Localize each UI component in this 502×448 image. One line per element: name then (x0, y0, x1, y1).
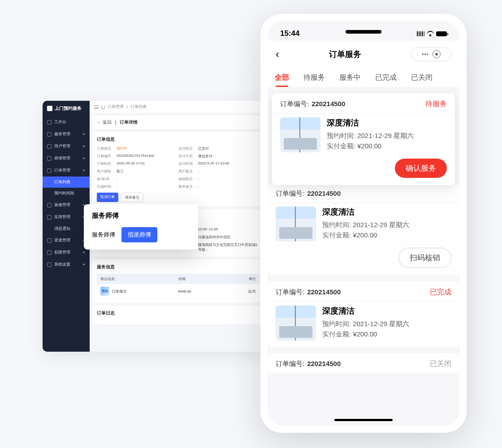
more-icon (422, 50, 429, 58)
order-card[interactable]: 订单编号:220214500 已关闭 (268, 353, 459, 373)
phone-title: 订单服务 (329, 49, 361, 60)
collapse-sidebar-icon[interactable] (94, 105, 99, 109)
order-info-card: 订单信息 订单状态预约中 支付状态已支付 订单编号202205301701754… (92, 132, 264, 207)
battery-icon (436, 31, 447, 36)
phone-tabs: 全部 待服务 服务中 已完成 已关闭 (268, 68, 459, 87)
channel-icon (47, 238, 52, 243)
cancel-order-button[interactable]: 取消订单 (97, 193, 118, 202)
order-card[interactable]: 订单编号:220214500 已完成 深度清洁 预约时间:2021-12-29 … (268, 281, 459, 347)
users-icon (47, 144, 52, 149)
tab-closed[interactable]: 已关闭 (409, 68, 434, 87)
chevron-down-icon (82, 264, 85, 266)
back-button[interactable]: ← 返回 (97, 119, 112, 125)
admin-sidebar: 上门预约服务 工作台 服务管理 用户管理 师傅管理 订单管理 订单列表 预约时间… (43, 101, 90, 352)
nav-permission[interactable]: 权限管理 (43, 246, 90, 258)
phone-header: ‹ 订单服务 (268, 41, 459, 68)
service-info-card: 服务信息 商品信息价格单位 日常保洁 ¥498.00 元/次 (92, 259, 264, 303)
brand-text: 上门预约服务 (55, 105, 82, 112)
order-image (280, 117, 320, 152)
popup-label: 服务师傅 (92, 231, 115, 239)
breadcrumb-b[interactable]: 订单列表 (130, 104, 147, 110)
technician-icon (47, 156, 52, 161)
phone-mockup: 15:44 ‹ 订单服务 全部 待服务 服务中 已完成 (260, 14, 467, 433)
order-log-title: 订单日志 (97, 310, 260, 316)
tab-pending[interactable]: 待服务 (302, 68, 327, 87)
nav-order-list[interactable]: 订单列表 (43, 177, 90, 188)
nav-orders[interactable]: 订单管理 (43, 164, 90, 177)
order-item-name: 深度清洁 (322, 306, 451, 316)
nav-channel[interactable]: 渠道管理 (43, 234, 90, 246)
order-number: 订单编号:220214500 (276, 288, 341, 297)
nav-users[interactable]: 用户管理 (43, 140, 90, 152)
nav-apps[interactable]: 应用管理 (43, 211, 90, 223)
order-number: 订单编号:220214500 (276, 360, 341, 368)
order-status: 已完成 (430, 288, 451, 297)
tab-inprogress[interactable]: 服务中 (338, 68, 363, 87)
orders-icon (47, 168, 52, 173)
order-info-title: 订单信息 (97, 136, 260, 142)
service-table-row: 日常保洁 ¥498.00 元/次 (97, 284, 260, 298)
order-image (276, 207, 316, 241)
order-card[interactable]: 订单编号:220214500 深度清洁 预约时间:2021-12-29 星期六 … (268, 183, 459, 275)
permission-icon (47, 250, 52, 255)
home-indicator[interactable] (334, 419, 393, 421)
system-icon (47, 263, 52, 267)
scan-verify-button[interactable]: 扫码核销 (398, 248, 451, 268)
chevron-down-icon (82, 170, 85, 172)
admin-topbar: 订单管理 / 订单列表 (90, 101, 267, 113)
workbench-icon (47, 120, 52, 125)
brand: 上门预约服务 (43, 101, 90, 116)
nav-time-slots[interactable]: 预约时间段 (43, 188, 90, 199)
order-status: 待服务 (425, 99, 447, 109)
breadcrumb-a[interactable]: 订单管理 (108, 104, 124, 110)
breadcrumb-sep: / (126, 105, 128, 109)
order-status: 已关闭 (430, 359, 451, 369)
close-mp-icon (433, 50, 441, 58)
service-info-title: 服务信息 (97, 264, 260, 270)
wifi-icon (427, 31, 434, 36)
order-item-name: 深度清洁 (322, 207, 451, 217)
chevron-down-icon (82, 134, 85, 135)
confirm-service-button[interactable]: 确认服务 (395, 159, 447, 178)
merchant-note-button[interactable]: 商家备注 (121, 193, 143, 202)
nav-system[interactable]: 系统设置 (43, 258, 90, 271)
page-header: ← 返回 | 订单详情 (92, 116, 264, 129)
chevron-down-icon (82, 146, 85, 147)
assign-technician-popup: 服务师傅 服务师傅 指派师傅 (84, 204, 198, 250)
assign-technician-button[interactable]: 指派师傅 (121, 227, 157, 242)
order-list[interactable]: 订单编号:220214500 待服务 深度清洁 预约时间:2021-12-29 … (268, 87, 459, 416)
tab-done[interactable]: 已完成 (373, 68, 398, 87)
service-thumb (100, 287, 109, 296)
renovation-icon (47, 203, 52, 207)
order-image (276, 306, 316, 340)
nav-workbench[interactable]: 工作台 (43, 116, 90, 128)
order-item-name: 深度清洁 (327, 117, 447, 128)
order-number: 订单编号:220214500 (280, 100, 345, 108)
miniprogram-capsule[interactable] (411, 47, 451, 61)
nav-notifications[interactable]: 消息通知 (43, 223, 90, 234)
apps-icon (47, 215, 52, 220)
chevron-down-icon (82, 252, 85, 254)
tab-all[interactable]: 全部 (273, 68, 291, 87)
status-time: 15:44 (280, 29, 299, 38)
service-icon (47, 132, 52, 137)
order-card[interactable]: 订单编号:220214500 待服务 深度清洁 预约时间:2021-12-29 … (272, 93, 455, 185)
popup-title: 服务师傅 (92, 211, 190, 220)
brand-logo-icon (47, 106, 52, 111)
chevron-down-icon (82, 158, 85, 159)
nav-renovation[interactable]: 装修管理 (43, 199, 90, 211)
page-title: 订单详情 (120, 119, 138, 125)
service-table-head: 商品信息价格单位 (97, 274, 260, 284)
order-log-card: 订单日志 (92, 306, 264, 324)
order-number: 订单编号:220214500 (276, 190, 341, 198)
nav-service[interactable]: 服务管理 (43, 128, 90, 140)
nav-technician[interactable]: 师傅管理 (43, 152, 90, 164)
page-sep: | (115, 120, 117, 125)
refresh-icon[interactable] (101, 105, 105, 109)
cellular-icon (417, 31, 424, 36)
phone-notch (346, 30, 381, 34)
phone-back-button[interactable]: ‹ (276, 48, 279, 60)
